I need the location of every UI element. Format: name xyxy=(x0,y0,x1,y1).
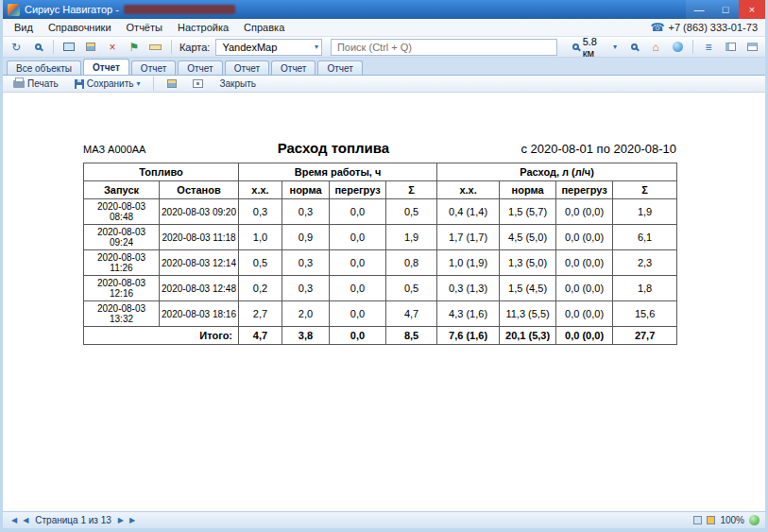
refresh-icon: ↻ xyxy=(11,42,21,53)
tab-report-6[interactable]: Отчет xyxy=(317,60,362,75)
ruler-button[interactable] xyxy=(146,39,165,56)
map-label: Карта: xyxy=(179,42,211,53)
cell-value: 0,9 xyxy=(282,225,330,250)
fit-page-button[interactable] xyxy=(187,77,209,90)
floppy-icon xyxy=(75,79,84,89)
cell-value: 0,5 xyxy=(386,276,437,301)
layers-icon xyxy=(86,43,95,51)
tab-all-objects[interactable]: Все объекты xyxy=(7,60,81,75)
menu-item-nastroyka[interactable]: Настройка xyxy=(170,20,236,35)
cell-time: 2020-08-03 11:18 xyxy=(160,225,239,250)
report-toolbar: Печать Сохранить ▾ Закрыть xyxy=(3,76,765,93)
layers-button[interactable] xyxy=(81,39,100,56)
zoom-button[interactable] xyxy=(624,39,643,56)
map-select-value: YandexMap xyxy=(222,42,277,53)
close-report-label: Закрыть xyxy=(219,78,256,89)
tab-report-4[interactable]: Отчет xyxy=(225,60,269,75)
cell-value: 0,3 xyxy=(239,199,282,225)
window-split-icon xyxy=(725,43,736,51)
cell-value: 2,0 xyxy=(282,301,330,327)
flag-button[interactable]: ⚑ xyxy=(125,39,144,56)
table-row: 2020-08-03 13:322020-08-03 18:162,72,00,… xyxy=(84,301,677,327)
cell-time: 2020-08-03 12:14 xyxy=(160,250,239,276)
window-grid-icon xyxy=(747,43,758,51)
menu-item-vid[interactable]: Вид xyxy=(7,20,41,35)
close-button[interactable]: × xyxy=(739,0,765,19)
monitor-button[interactable] xyxy=(60,39,78,56)
first-page-button[interactable]: ◀ xyxy=(9,516,20,524)
col-header: Σ xyxy=(386,181,437,199)
cell-value: 1,9 xyxy=(613,199,677,225)
search-box[interactable] xyxy=(331,39,557,56)
tab-report-active[interactable]: Отчет xyxy=(83,59,129,75)
cell-value: 0,0 (0,0) xyxy=(556,250,613,276)
tab-report-3[interactable]: Отчет xyxy=(178,60,222,75)
group-header-fuel: Топливо xyxy=(84,163,239,181)
map-select[interactable]: YandexMap ▾ xyxy=(215,39,322,56)
col-header: перегруз xyxy=(556,181,613,199)
print-button[interactable]: Печать xyxy=(8,77,64,91)
cell-value: 0,0 xyxy=(330,225,386,250)
phone-number: +7 (863) 333-01-73 xyxy=(669,22,758,33)
cell-value: 0,3 (1,3) xyxy=(437,276,500,301)
refresh-button[interactable]: ↻ xyxy=(7,39,26,56)
total-value: 0,0 (0,0) xyxy=(556,327,613,345)
cell-time: 2020-08-03 12:16 xyxy=(84,276,160,301)
col-header: Запуск xyxy=(84,181,160,199)
app-window: Сириус Навигатор - — □ × Вид Справочники… xyxy=(0,0,768,532)
window-split-button[interactable] xyxy=(721,39,740,56)
prev-page-button[interactable]: ◀ xyxy=(20,516,31,524)
clear-button[interactable]: × xyxy=(103,39,122,56)
cell-value: 1,0 xyxy=(239,225,282,250)
report-table: Топливо Время работы, ч Расход, л (л/ч) … xyxy=(83,163,677,345)
search-track-button[interactable] xyxy=(28,39,47,56)
minimize-button[interactable]: — xyxy=(686,0,712,19)
cell-value: 1,7 (1,7) xyxy=(437,225,500,250)
menu-item-spravochniki[interactable]: Справочники xyxy=(41,20,119,35)
fit-page-icon xyxy=(193,79,203,88)
cell-value: 0,0 xyxy=(330,301,386,327)
page-width-icon[interactable] xyxy=(707,516,715,524)
table-row: 2020-08-03 09:242020-08-03 11:181,00,90,… xyxy=(84,225,677,250)
tab-report-2[interactable]: Отчет xyxy=(131,60,176,75)
app-icon xyxy=(8,4,20,16)
menu-item-spravka[interactable]: Справка xyxy=(236,20,292,35)
list-button[interactable]: ≡ xyxy=(699,39,718,56)
cell-value: 0,0 (0,0) xyxy=(556,225,613,250)
col-header: х.х. xyxy=(239,181,282,199)
group-header-consumption: Расход, л (л/ч) xyxy=(437,163,677,181)
tab-report-5[interactable]: Отчет xyxy=(271,60,316,75)
table-group-header-row: Топливо Время работы, ч Расход, л (л/ч) xyxy=(84,163,677,181)
cell-time: 2020-08-03 11:26 xyxy=(84,250,160,276)
home-icon: ⌂ xyxy=(652,42,658,53)
total-value: 20,1 (5,3) xyxy=(500,327,556,345)
home-button[interactable]: ⌂ xyxy=(646,39,665,56)
window-grid-button[interactable] xyxy=(742,39,761,56)
last-page-button[interactable]: ▶ xyxy=(127,516,138,524)
maximize-button[interactable]: □ xyxy=(712,0,739,19)
cell-value: 0,2 xyxy=(239,276,282,301)
cell-value: 4,3 (1,6) xyxy=(437,301,500,327)
total-value: 27,7 xyxy=(613,327,677,345)
export-button[interactable] xyxy=(162,77,182,90)
globe-button[interactable] xyxy=(668,39,687,56)
scale-control[interactable]: 5.8 км ▾ xyxy=(568,39,622,56)
close-report-button[interactable]: Закрыть xyxy=(213,77,262,91)
cell-value: 0,0 (0,0) xyxy=(556,301,613,327)
toolbar-separator xyxy=(153,77,154,91)
chevron-down-icon: ▾ xyxy=(613,43,617,51)
cell-value: 2,7 xyxy=(239,301,282,327)
col-header: Σ xyxy=(613,181,677,199)
clear-icon: × xyxy=(109,42,115,53)
menu-item-otchety[interactable]: Отчёты xyxy=(119,20,170,35)
cell-value: 0,5 xyxy=(239,250,282,276)
col-header: Останов xyxy=(160,181,239,199)
save-button[interactable]: Сохранить ▾ xyxy=(69,77,146,91)
page-layout-icon[interactable] xyxy=(693,516,702,524)
chevron-down-icon: ▾ xyxy=(315,43,318,51)
cell-value: 0,0 xyxy=(330,199,386,225)
search-input[interactable] xyxy=(337,42,551,53)
total-value: 4,7 xyxy=(239,327,282,345)
next-page-button[interactable]: ▶ xyxy=(115,516,127,524)
cell-value: 0,4 (1,4) xyxy=(437,199,500,225)
